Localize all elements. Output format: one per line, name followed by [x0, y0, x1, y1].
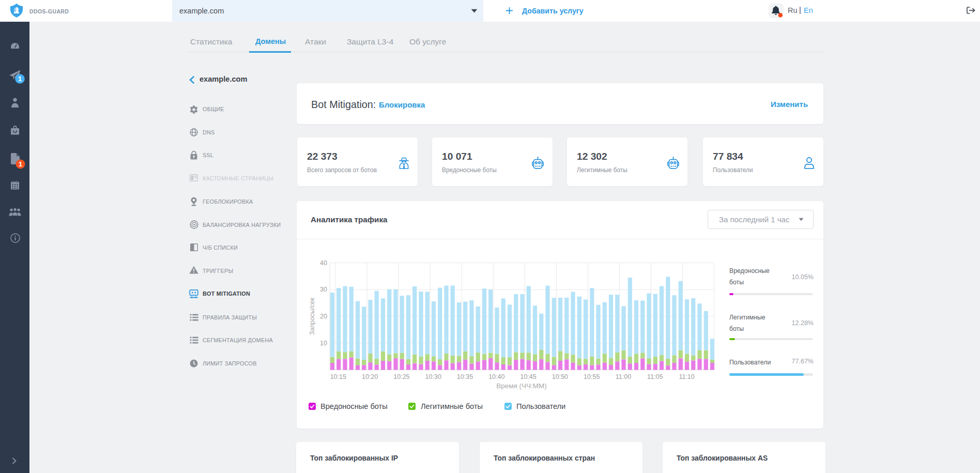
- svg-text:1: 1: [19, 160, 23, 168]
- svg-text:1: 1: [18, 75, 22, 83]
